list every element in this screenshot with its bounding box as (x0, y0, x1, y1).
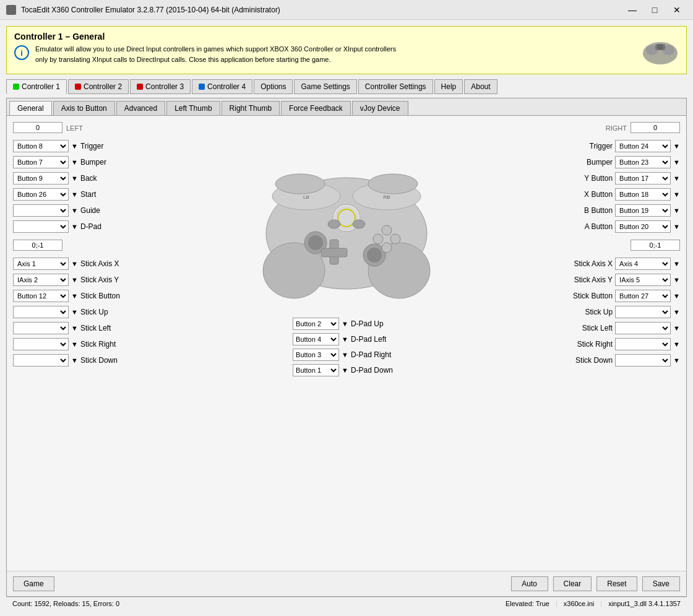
right-stickbtn-label: Stick Button (563, 292, 613, 300)
menu-tab-controller4[interactable]: Controller 4 (192, 79, 252, 94)
menu-tab-gamesettings-label: Game Settings (301, 82, 350, 91)
menu-tab-controllersettings[interactable]: Controller Settings (358, 79, 433, 94)
menu-tab-gamesettings[interactable]: Game Settings (294, 79, 356, 94)
right-trigger-select[interactable]: Button 24 (615, 140, 671, 152)
center-panel: LB RB Button 2 ▼ D-Pad Up Button 4 ▼ (155, 122, 538, 565)
menu-tab-options[interactable]: Options (254, 79, 293, 94)
left-stickup-select[interactable] (13, 306, 69, 318)
left-stickleft-select[interactable] (13, 322, 69, 334)
right-bbtn-select[interactable]: Button 19 (615, 204, 671, 217)
right-stickdown-select[interactable] (615, 354, 671, 367)
dpad-left-select[interactable]: Button 4 (293, 333, 339, 345)
right-section-label: RIGHT (606, 124, 627, 132)
tab-vjoydevice[interactable]: vJoy Device (352, 101, 408, 115)
left-stickbtn-row: Button 12 ▼ Stick Button (13, 289, 149, 303)
inner-tabs-row: General Axis to Button Advanced Left Thu… (7, 98, 686, 116)
menu-tab-help-label: Help (441, 82, 457, 91)
title-bar-text: TocaEdit X360 Controller Emulator 3.2.8.… (21, 6, 280, 14)
right-stickaxisy-label: Stick Axis Y (563, 275, 613, 284)
right-ybtn-select[interactable]: Button 17 (615, 172, 671, 184)
menu-tab-options-label: Options (260, 82, 286, 91)
controller-decoration (642, 32, 679, 69)
left-dpad-select[interactable] (13, 220, 69, 233)
menu-tab-controllersettings-label: Controller Settings (365, 82, 426, 91)
controller-panel: 0 LEFT Button 8 ▼ Trigger Button 7 ▼ Bum… (7, 116, 686, 571)
left-stickaxisy-select[interactable]: IAxis 2 (13, 274, 69, 286)
svg-point-23 (382, 243, 392, 253)
svg-point-25 (328, 220, 340, 228)
left-stickright-select[interactable] (13, 338, 69, 350)
left-start-select[interactable]: Button 26 (13, 188, 69, 201)
right-xbtn-select[interactable]: Button 18 (615, 188, 671, 201)
menu-tab-controller3-label: Controller 3 (145, 82, 184, 91)
info-icon: i (14, 45, 29, 60)
status-sep1: | (556, 600, 557, 607)
svg-point-16 (308, 235, 323, 250)
left-stickleft-label: Stick Left (80, 324, 136, 332)
left-stickright-row: ▼ Stick Right (13, 337, 149, 351)
menu-tab-controller3[interactable]: Controller 3 (130, 79, 191, 94)
left-dpad-row: ▼ D-Pad (13, 220, 149, 233)
save-button[interactable]: Save (642, 576, 680, 591)
left-start-row: Button 26 ▼ Start (13, 188, 149, 201)
right-ybtn-row: Y Button Button 17 ▼ (544, 171, 680, 185)
right-abtn-label: A Button (563, 222, 613, 231)
tab-forcefeedback[interactable]: Force Feedback (281, 101, 351, 115)
right-bumper-label: Bumper (563, 158, 613, 167)
right-stickaxisy-select[interactable]: IAxis 5 (615, 274, 671, 286)
tab-axistobutton[interactable]: Axis to Button (53, 101, 115, 115)
svg-point-24 (373, 234, 383, 244)
left-trigger-select[interactable]: Button 8 (13, 140, 69, 152)
dpad-up-label: D-Pad Up (351, 319, 400, 328)
left-bumper-label: Bumper (80, 158, 136, 167)
dot-controller2 (75, 84, 81, 90)
left-back-select[interactable]: Button 9 (13, 172, 69, 184)
left-stickbtn-select[interactable]: Button 12 (13, 290, 69, 302)
reset-button[interactable]: Reset (596, 576, 637, 591)
game-button[interactable]: Game (13, 576, 54, 591)
left-axis-display: 0 (13, 122, 62, 133)
right-stickbtn-row: Stick Button Button 27 ▼ (544, 289, 680, 303)
svg-point-26 (353, 220, 365, 228)
menu-tab-controller2[interactable]: Controller 2 (68, 79, 129, 94)
left-stickbtn-label: Stick Button (80, 292, 136, 300)
left-guide-select[interactable] (13, 204, 69, 217)
dpad-up-select[interactable]: Button 2 (293, 318, 339, 330)
right-stickright-select[interactable] (615, 338, 671, 350)
right-stickleft-select[interactable] (615, 322, 671, 334)
left-bumper-select[interactable]: Button 7 (13, 156, 69, 168)
left-stickaxisx-select[interactable]: Axis 1 (13, 258, 69, 270)
left-dpad-label: D-Pad (80, 222, 136, 231)
header-title: Controller 1 – General (14, 32, 635, 41)
left-trigger-label: Trigger (80, 142, 136, 150)
tab-general[interactable]: General (9, 101, 52, 115)
maximize-button[interactable]: □ (645, 4, 665, 16)
right-stickaxisx-select[interactable]: Axis 4 (615, 258, 671, 270)
right-bumper-select[interactable]: Button 23 (615, 156, 671, 168)
right-panel: RIGHT 0 Trigger Button 24 ▼ Bumper Butto… (544, 122, 680, 565)
minimize-button[interactable]: — (622, 4, 642, 16)
close-button[interactable]: ✕ (667, 4, 687, 16)
dpad-down-select[interactable]: Button 1 (293, 364, 339, 376)
left-bumper-row: Button 7 ▼ Bumper (13, 155, 149, 169)
menu-tab-about-label: About (471, 82, 490, 91)
status-count: Count: 1592, Reloads: 15, Errors: 0 (12, 600, 119, 607)
auto-button[interactable]: Auto (511, 576, 548, 591)
menu-tab-help[interactable]: Help (434, 79, 463, 94)
left-stickdown-select[interactable] (13, 354, 69, 367)
right-abtn-select[interactable]: Button 20 (615, 220, 671, 233)
tab-rightthumb[interactable]: Right Thumb (222, 101, 280, 115)
menu-tab-about[interactable]: About (464, 79, 497, 94)
svg-point-22 (390, 234, 400, 244)
right-stickup-select[interactable] (615, 306, 671, 318)
status-dll: xinput1_3.dll 3.4.1.1357 (608, 600, 681, 607)
dpad-right-label: D-Pad Right (351, 350, 400, 359)
clear-button[interactable]: Clear (553, 576, 592, 591)
right-stickbtn-select[interactable]: Button 27 (615, 290, 671, 302)
dpad-right-select[interactable]: Button 3 (293, 349, 339, 361)
tab-advanced[interactable]: Advanced (116, 101, 165, 115)
menu-tab-controller1-label: Controller 1 (22, 82, 60, 91)
svg-point-18 (367, 248, 382, 262)
menu-tab-controller1[interactable]: Controller 1 (6, 79, 67, 94)
tab-leftthumb[interactable]: Left Thumb (166, 101, 220, 115)
